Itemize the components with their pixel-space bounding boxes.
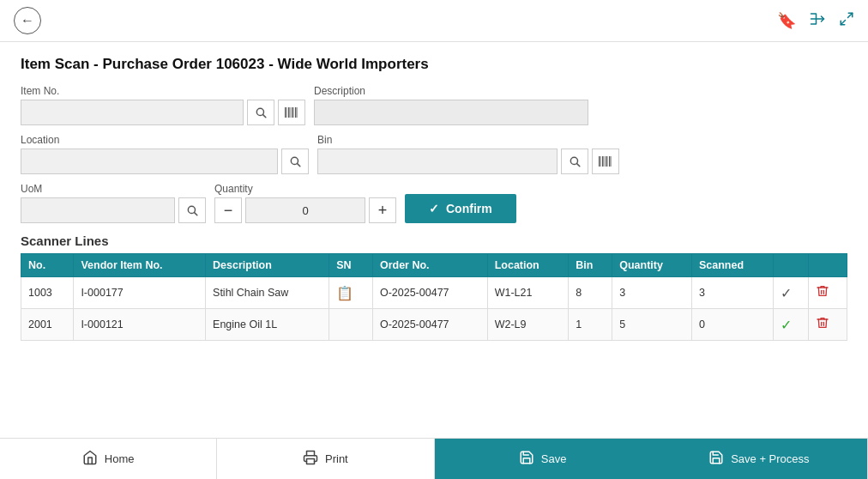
location-search-button[interactable]: [281, 149, 309, 174]
cell-quantity: 3: [612, 277, 692, 309]
form-row-3: UoM Quantity − + ✓ Confirm: [21, 183, 847, 223]
expand-icon[interactable]: [839, 11, 854, 31]
save-process-button[interactable]: Save + Process: [651, 439, 868, 479]
form-row-2: Location Bin: [21, 134, 847, 174]
svg-line-13: [298, 164, 300, 167]
bin-group: Bin: [317, 134, 619, 174]
save-button[interactable]: Save: [435, 439, 651, 479]
bookmark-icon[interactable]: 🔖: [777, 11, 796, 30]
back-icon: ←: [21, 13, 34, 28]
location-input[interactable]: [21, 149, 278, 174]
svg-rect-4: [285, 107, 286, 118]
svg-rect-7: [291, 107, 292, 118]
svg-rect-20: [606, 156, 607, 167]
col-sn: SN: [329, 254, 373, 277]
col-quantity: Quantity: [612, 254, 692, 277]
save-icon: [519, 450, 534, 468]
svg-line-0: [848, 13, 853, 17]
row-delete-icon[interactable]: [816, 318, 829, 333]
item-no-label: Item No.: [21, 85, 305, 97]
uom-label: UoM: [21, 183, 206, 195]
cell-vendor-item-no: I-000121: [74, 309, 206, 341]
cell-quantity: 5: [612, 309, 692, 341]
quantity-minus-button[interactable]: −: [214, 197, 242, 223]
svg-line-3: [263, 115, 266, 118]
cell-check: ✓: [773, 309, 808, 341]
svg-rect-5: [287, 107, 288, 118]
item-no-group: Item No.: [21, 85, 305, 125]
svg-line-25: [195, 213, 197, 215]
confirm-button[interactable]: ✓ Confirm: [405, 194, 516, 223]
print-icon: [303, 450, 318, 468]
svg-rect-6: [288, 107, 290, 118]
item-no-barcode-button[interactable]: [278, 100, 305, 125]
uom-search-button[interactable]: [178, 197, 206, 223]
page-title: Item Scan - Purchase Order 106023 - Wide…: [21, 56, 847, 73]
svg-rect-11: [298, 107, 298, 118]
page-content: Item Scan - Purchase Order 106023 - Wide…: [0, 42, 868, 341]
home-icon: [82, 450, 98, 468]
svg-rect-26: [307, 459, 315, 464]
cell-description: Engine Oil 1L: [206, 309, 329, 341]
quantity-label: Quantity: [214, 183, 396, 195]
item-no-search-button[interactable]: [247, 100, 274, 125]
print-button[interactable]: Print: [217, 439, 434, 479]
col-no: No.: [21, 254, 74, 277]
cell-order-no: O-2025-00477: [372, 309, 487, 341]
quantity-plus-button[interactable]: +: [369, 197, 396, 223]
description-label: Description: [314, 85, 588, 97]
cell-scanned: 3: [691, 277, 773, 309]
description-group: Description: [314, 85, 588, 125]
svg-rect-8: [292, 107, 293, 118]
scanner-lines-title: Scanner Lines: [21, 233, 847, 248]
col-action1: [773, 254, 808, 277]
sn-icon[interactable]: 📋: [336, 286, 353, 300]
uom-group: UoM: [21, 183, 206, 223]
row-check-green-icon[interactable]: ✓: [781, 318, 792, 332]
cell-scanned: 0: [691, 309, 773, 341]
quantity-input[interactable]: [245, 197, 365, 223]
location-label: Location: [21, 134, 309, 146]
bin-barcode-button[interactable]: [592, 149, 619, 174]
svg-rect-18: [602, 156, 604, 167]
svg-line-15: [577, 164, 580, 167]
row-delete-icon[interactable]: [816, 287, 829, 301]
col-bin: Bin: [569, 254, 612, 277]
svg-rect-10: [295, 107, 297, 118]
cell-no: 1003: [21, 277, 74, 309]
scanner-table: No. Vendor Item No. Description SN Order…: [21, 253, 847, 341]
bin-input[interactable]: [317, 149, 558, 174]
cell-description: Stihl Chain Saw: [206, 277, 329, 309]
col-vendor-item-no: Vendor Item No.: [74, 254, 206, 277]
row-check-icon[interactable]: ✓: [781, 286, 792, 300]
top-icons: 🔖: [777, 11, 854, 31]
top-bar: ← 🔖: [0, 0, 868, 42]
form-row-1: Item No. Description: [21, 85, 847, 125]
col-description: Description: [206, 254, 329, 277]
bin-search-button[interactable]: [561, 149, 588, 174]
confirm-check-icon: ✓: [429, 202, 439, 215]
svg-rect-21: [608, 156, 609, 167]
cell-sn: [329, 309, 373, 341]
svg-line-1: [841, 20, 845, 24]
cell-order-no: O-2025-00477: [372, 277, 487, 309]
uom-input[interactable]: [21, 197, 175, 223]
item-no-input[interactable]: [21, 100, 244, 125]
svg-rect-17: [601, 156, 602, 167]
back-button[interactable]: ←: [14, 7, 41, 34]
cell-bin: 8: [569, 277, 612, 309]
save-label: Save: [541, 452, 567, 465]
svg-rect-19: [605, 156, 606, 167]
table-header-row: No. Vendor Item No. Description SN Order…: [21, 254, 847, 277]
cell-location: W1-L21: [487, 277, 569, 309]
share-icon[interactable]: [810, 11, 825, 31]
confirm-label: Confirm: [446, 202, 492, 215]
home-button[interactable]: Home: [0, 439, 217, 479]
col-action2: [808, 254, 847, 277]
cell-sn: 📋: [329, 277, 373, 309]
description-input[interactable]: [314, 100, 588, 125]
svg-rect-16: [599, 156, 600, 167]
table-row: 1003 I-000177 Stihl Chain Saw 📋 O-2025-0…: [21, 277, 847, 309]
svg-rect-23: [612, 156, 612, 167]
cell-delete: [808, 277, 847, 309]
